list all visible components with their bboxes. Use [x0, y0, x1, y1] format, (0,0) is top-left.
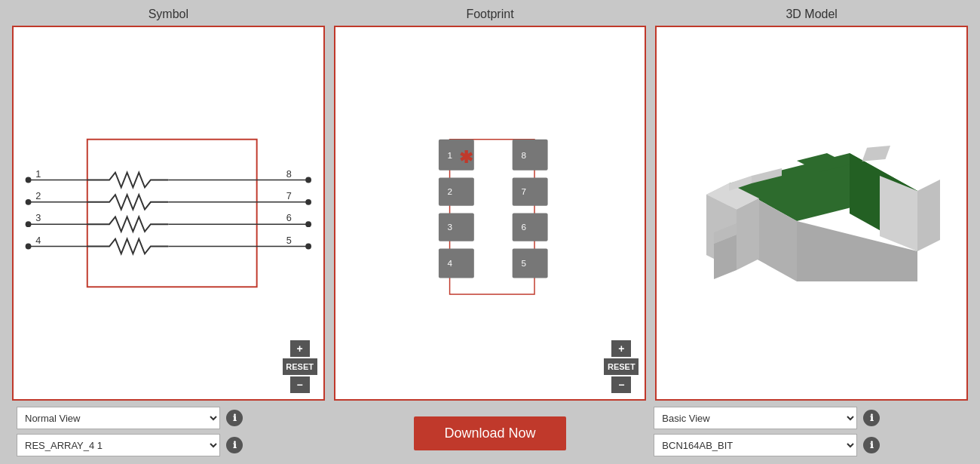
symbol-section: Symbol 1 2	[8, 8, 329, 401]
svg-rect-37	[512, 178, 547, 206]
main-container: Symbol 1 2	[0, 0, 980, 464]
symbol-part-dropdown[interactable]: RES_ARRAY_4 1	[17, 434, 220, 456]
symbol-part-row: RES_ARRAY_4 1 ℹ	[17, 434, 326, 456]
symbol-svg: 1 2 3 4 8	[14, 27, 323, 399]
svg-text:2: 2	[447, 186, 452, 196]
svg-rect-39	[439, 214, 474, 241]
svg-text:6: 6	[521, 222, 526, 232]
footprint-view-info-btn[interactable]: ℹ	[863, 410, 880, 426]
svg-text:1: 1	[447, 150, 452, 160]
svg-point-11	[26, 244, 32, 250]
footprint-section: Footprint 1 ✱ 8 2	[329, 8, 651, 401]
footprint-part-row: BCN164AB_BIT ℹ	[654, 434, 963, 456]
svg-point-14	[305, 177, 311, 183]
footprint-title: Footprint	[466, 8, 513, 21]
footprint-part-info-btn[interactable]: ℹ	[863, 437, 880, 453]
footprint-view-dropdown[interactable]: Normal View Basic View Detail View	[654, 407, 857, 429]
svg-point-20	[305, 221, 311, 227]
svg-text:3: 3	[35, 212, 41, 223]
svg-rect-41	[512, 214, 547, 241]
symbol-view-info-btn[interactable]: ℹ	[226, 410, 243, 426]
svg-marker-53	[737, 198, 759, 270]
svg-text:7: 7	[521, 186, 526, 196]
symbol-view-dropdown[interactable]: Normal View Basic View Detail View	[17, 407, 220, 429]
svg-text:4: 4	[447, 258, 452, 268]
svg-text:5: 5	[286, 235, 292, 246]
svg-rect-43	[439, 248, 474, 278]
svg-marker-55	[917, 180, 940, 251]
symbol-part-info-btn[interactable]: ℹ	[226, 437, 243, 453]
svg-text:✱: ✱	[459, 149, 473, 167]
footprint-panel-box: 1 ✱ 8 2 7 3 6	[334, 26, 647, 401]
svg-text:1: 1	[35, 168, 41, 180]
symbol-zoom-plus[interactable]: +	[290, 340, 310, 357]
footprint-zoom-plus[interactable]: +	[611, 340, 631, 357]
svg-rect-35	[439, 178, 474, 206]
footprint-svg: 1 ✱ 8 2 7 3 6	[335, 27, 645, 399]
symbol-reset-btn[interactable]: RESET	[283, 358, 317, 375]
footprint-controls: Normal View Basic View Detail View ℹ BCN…	[649, 407, 968, 456]
svg-point-2	[26, 177, 32, 183]
footprint-zoom-controls: + RESET −	[604, 340, 639, 393]
svg-point-23	[305, 244, 311, 250]
symbol-zoom-controls: + RESET −	[283, 340, 317, 393]
symbol-panel-box: 1 2 3 4 8	[12, 26, 325, 401]
model3d-view	[657, 27, 966, 399]
model3d-section: 3D Model	[651, 8, 972, 401]
panels-row: Symbol 1 2	[8, 8, 972, 401]
svg-text:2: 2	[35, 190, 41, 201]
bottom-controls: Normal View Basic View Detail View ℹ RES…	[8, 407, 972, 456]
svg-rect-60	[862, 146, 890, 161]
download-section: Download Now	[331, 413, 650, 450]
svg-text:6: 6	[286, 212, 292, 223]
svg-rect-0	[87, 140, 257, 287]
svg-marker-56	[880, 176, 917, 251]
symbol-controls: Normal View Basic View Detail View ℹ RES…	[12, 407, 331, 456]
model3d-title: 3D Model	[786, 8, 837, 21]
svg-text:4: 4	[35, 235, 41, 246]
svg-text:7: 7	[286, 190, 292, 201]
svg-point-5	[26, 199, 32, 205]
svg-text:8: 8	[521, 150, 526, 160]
download-btn[interactable]: Download Now	[414, 416, 565, 450]
svg-rect-33	[512, 140, 547, 171]
symbol-zoom-minus[interactable]: −	[290, 376, 310, 393]
svg-text:3: 3	[447, 222, 452, 232]
model3d-panel-box	[655, 26, 968, 401]
svg-rect-45	[512, 248, 547, 278]
svg-text:5: 5	[521, 258, 526, 268]
footprint-reset-btn[interactable]: RESET	[604, 358, 639, 375]
model3d-svg	[684, 123, 940, 304]
footprint-zoom-minus[interactable]: −	[611, 376, 631, 393]
symbol-title: Symbol	[149, 8, 188, 21]
symbol-view-row: Normal View Basic View Detail View ℹ	[17, 407, 326, 429]
svg-point-8	[26, 221, 32, 227]
footprint-view-row: Normal View Basic View Detail View ℹ	[654, 407, 963, 429]
footprint-part-dropdown[interactable]: BCN164AB_BIT	[654, 434, 857, 456]
svg-point-17	[305, 199, 311, 205]
svg-text:8: 8	[286, 168, 292, 180]
